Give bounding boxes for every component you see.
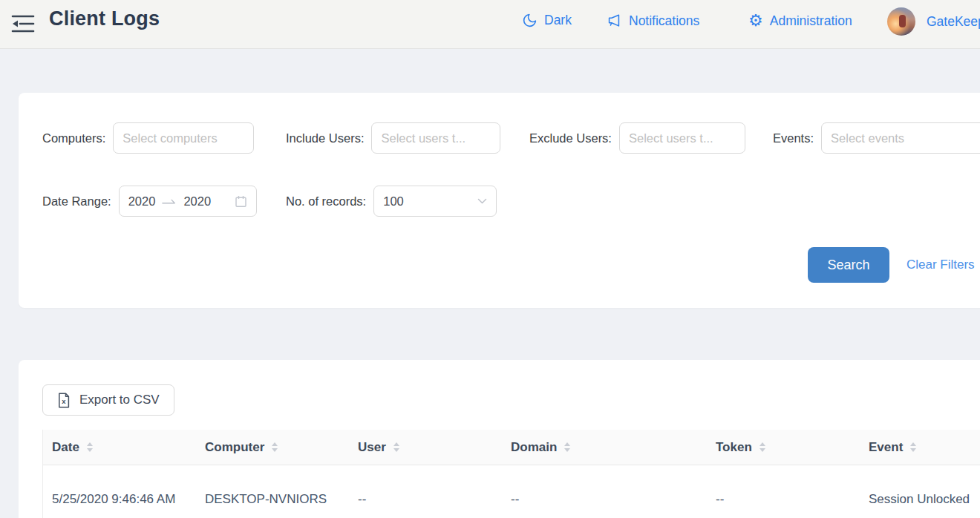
sort-icon bbox=[564, 442, 570, 452]
cell-user: -- bbox=[349, 492, 502, 507]
column-header-event[interactable]: Event bbox=[860, 430, 980, 465]
account-name[interactable]: GateKeeper bbox=[927, 14, 980, 30]
csv-file-icon: x bbox=[57, 393, 71, 408]
export-csv-button[interactable]: x Export to CSV bbox=[42, 384, 174, 416]
administration-label: Administration bbox=[770, 13, 852, 29]
page-title: Client Logs bbox=[49, 7, 160, 30]
megaphone-icon bbox=[606, 13, 622, 29]
logs-table: Date Computer User Domain Token bbox=[42, 430, 980, 518]
exclude-users-select[interactable] bbox=[619, 122, 745, 154]
exclude-users-field: Exclude Users: bbox=[529, 122, 745, 154]
column-header-computer[interactable]: Computer bbox=[196, 430, 349, 465]
table-row: 5/25/2020 9:46:46 AM DESKTOP-NVNIORS -- … bbox=[43, 465, 980, 518]
sort-icon bbox=[910, 442, 916, 452]
events-select[interactable] bbox=[821, 122, 980, 154]
top-bar: Client Logs Dark Notifications ⚙ Adminis… bbox=[0, 0, 980, 49]
export-csv-label: Export to CSV bbox=[79, 393, 160, 407]
events-label: Events: bbox=[773, 131, 814, 145]
sort-icon bbox=[760, 442, 765, 452]
events-field: Events: bbox=[773, 122, 980, 154]
dark-mode-label: Dark bbox=[544, 13, 572, 28]
date-range-start: 2020 bbox=[128, 194, 156, 209]
notifications-label: Notifications bbox=[629, 13, 699, 29]
cell-computer: DESKTOP-NVNIORS bbox=[196, 492, 349, 507]
sort-icon bbox=[87, 442, 93, 452]
include-users-field: Include Users: bbox=[286, 122, 500, 154]
cell-domain: -- bbox=[502, 492, 707, 507]
calendar-icon bbox=[235, 195, 247, 208]
arrow-right-icon bbox=[162, 197, 177, 206]
gear-icon: ⚙ bbox=[748, 13, 763, 29]
column-header-domain[interactable]: Domain bbox=[502, 430, 707, 465]
computers-label: Computers: bbox=[42, 131, 105, 145]
include-users-label: Include Users: bbox=[286, 131, 364, 145]
date-range-end: 2020 bbox=[183, 194, 211, 209]
menu-fold-icon bbox=[10, 13, 36, 35]
chevron-down-icon bbox=[477, 198, 487, 204]
client-logs-page: Client Logs Dark Notifications ⚙ Adminis… bbox=[0, 0, 980, 518]
column-header-token[interactable]: Token bbox=[707, 430, 860, 465]
computers-field: Computers: bbox=[42, 122, 254, 154]
clear-filters-link[interactable]: Clear Filters bbox=[906, 247, 975, 283]
exclude-users-label: Exclude Users: bbox=[529, 131, 612, 145]
records-count-value: 100 bbox=[383, 194, 404, 209]
filters-panel: Computers: Include Users: Exclude Users:… bbox=[19, 93, 980, 308]
user-avatar[interactable] bbox=[887, 7, 915, 36]
moon-icon bbox=[522, 13, 538, 28]
include-users-select[interactable] bbox=[371, 122, 500, 154]
sort-icon bbox=[393, 442, 399, 452]
logs-panel: x Export to CSV Date Computer User bbox=[19, 360, 980, 518]
computers-select[interactable] bbox=[113, 122, 254, 154]
column-header-date[interactable]: Date bbox=[43, 430, 196, 465]
records-label: No. of records: bbox=[286, 194, 366, 209]
svg-text:x: x bbox=[62, 396, 66, 404]
cell-token: -- bbox=[707, 492, 860, 507]
column-header-user[interactable]: User bbox=[349, 430, 502, 465]
notifications-link[interactable]: Notifications bbox=[606, 13, 699, 29]
search-button[interactable]: Search bbox=[808, 247, 889, 283]
cell-event: Session Unlocked bbox=[860, 492, 980, 507]
date-range-picker[interactable]: 2020 2020 bbox=[119, 186, 257, 217]
records-count-select[interactable]: 100 bbox=[373, 186, 497, 217]
cell-date: 5/25/2020 9:46:46 AM bbox=[43, 488, 196, 511]
records-field: No. of records: 100 bbox=[286, 186, 497, 217]
dark-mode-toggle[interactable]: Dark bbox=[522, 13, 572, 28]
date-range-label: Date Range: bbox=[42, 194, 111, 209]
administration-link[interactable]: ⚙ Administration bbox=[748, 13, 852, 29]
logs-table-header: Date Computer User Domain Token bbox=[43, 430, 980, 465]
sort-icon bbox=[272, 442, 278, 452]
sidebar-collapse-button[interactable] bbox=[9, 10, 37, 37]
date-range-field: Date Range: 2020 2020 bbox=[42, 186, 257, 217]
